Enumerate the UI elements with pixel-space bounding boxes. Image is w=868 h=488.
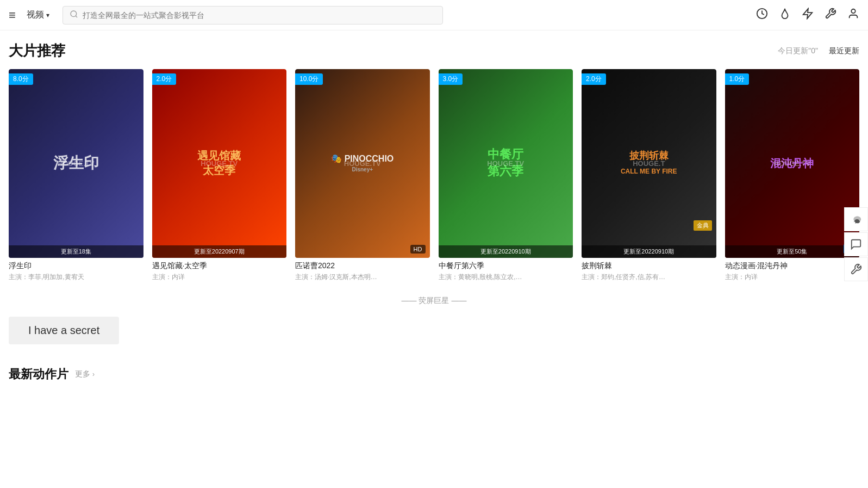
lightning-icon[interactable] bbox=[802, 8, 814, 23]
movie-title-6: 动态漫画·混沌丹神 bbox=[725, 261, 860, 271]
movie-update-4: 更新至20220910期 bbox=[439, 245, 573, 258]
movie-card-fushengyin[interactable]: 8.0分 HOUGE.TV 浮生印 更新至18集 浮生印 主演：李菲,明加加,黄… bbox=[9, 69, 143, 285]
movie-poster-1: 8.0分 HOUGE.TV 浮生印 更新至18集 bbox=[9, 69, 143, 258]
movie-poster-5: 2.0分 HOUGE.T 披荆斩棘CALL ME BY FIRE 金典 更新至2… bbox=[582, 69, 716, 258]
movie-update-2: 更新至20220907期 bbox=[152, 245, 287, 258]
float-tool-button[interactable] bbox=[844, 257, 868, 281]
movie-score-6: 1.0分 bbox=[725, 73, 750, 85]
movie-poster-bg-1: 浮生印 bbox=[9, 69, 143, 258]
more-link[interactable]: 更多 › bbox=[75, 369, 95, 379]
featured-section-header: 大片推荐 今日更新"0" 最近更新 bbox=[9, 41, 859, 60]
movie-cast-5: 主演：郑钧,任贤齐,信,苏有… bbox=[582, 273, 716, 282]
fire-icon[interactable] bbox=[779, 8, 791, 23]
user-icon[interactable] bbox=[847, 8, 859, 23]
search-input[interactable] bbox=[83, 11, 436, 20]
movie-card-pinocchio[interactable]: 10.0分 HOUGE.TV 🎭 PINOCCHIODisney+ HD 匹诺曹… bbox=[295, 69, 430, 285]
movie-info-1: 浮生印 主演：李菲,明加加,黄宥天 bbox=[9, 258, 143, 285]
movie-poster-bg-6: 混沌丹神 bbox=[725, 69, 860, 258]
header-icons bbox=[756, 8, 859, 23]
movie-poster-4: 3.0分 HOUGE.TV 中餐厅第六季 更新至20220910期 bbox=[439, 69, 573, 258]
movie-poster-3: 10.0分 HOUGE.TV 🎭 PINOCCHIODisney+ HD bbox=[295, 69, 430, 258]
video-dropdown-button[interactable]: 视频 ▾ bbox=[22, 7, 54, 23]
svg-point-4 bbox=[851, 9, 855, 13]
more-chevron-icon: › bbox=[92, 370, 95, 378]
svg-point-0 bbox=[71, 11, 77, 17]
movie-title-1: 浮生印 bbox=[9, 261, 143, 271]
svg-line-1 bbox=[76, 16, 77, 17]
movie-title-2: 遇见馆藏·太空季 bbox=[152, 261, 287, 271]
movie-info-5: 披荆斩棘 主演：郑钧,任贤齐,信,苏有… bbox=[582, 258, 716, 285]
movie-title-5: 披荆斩棘 bbox=[582, 261, 716, 271]
featured-title: 大片推荐 bbox=[9, 41, 65, 60]
movie-badge-hd: HD bbox=[410, 245, 426, 254]
section-meta: 今日更新"0" 最近更新 bbox=[778, 46, 859, 56]
search-bar[interactable] bbox=[63, 6, 443, 24]
action-section-title: 最新动作片 bbox=[9, 366, 68, 382]
movie-score-3: 10.0分 bbox=[295, 73, 323, 85]
movie-card-hundan[interactable]: 1.0分 HOUGE.TV 混沌丹神 更新至50集 ⊞ 动态漫画·混沌丹神 主演… bbox=[725, 69, 860, 285]
wrench-icon[interactable] bbox=[825, 8, 836, 23]
movie-cast-1: 主演：李菲,明加加,黄宥天 bbox=[9, 273, 143, 282]
movie-update-5: 更新至20220910期 bbox=[582, 245, 716, 258]
movie-score-2: 2.0分 bbox=[152, 73, 177, 85]
float-bar bbox=[844, 207, 868, 281]
movie-poster-bg-2: 遇见馆藏太空季 bbox=[152, 69, 287, 258]
movie-info-3: 匹诺曹2022 主演：汤姆·汉克斯,本杰明… bbox=[295, 258, 430, 285]
float-wechat-button[interactable] bbox=[844, 207, 868, 231]
movie-cast-3: 主演：汤姆·汉克斯,本杰明… bbox=[295, 273, 430, 282]
movie-score-5: 2.0分 bbox=[582, 73, 606, 85]
action-section-header: 最新动作片 更多 › bbox=[9, 366, 859, 382]
history-icon[interactable] bbox=[756, 8, 768, 23]
secret-button[interactable]: I have a secret bbox=[9, 317, 119, 344]
movie-update-1: 更新至18集 bbox=[9, 245, 143, 258]
menu-icon[interactable]: ≡ bbox=[9, 8, 16, 22]
movie-title-4: 中餐厅第六季 bbox=[439, 261, 573, 271]
movie-poster-bg-4: 中餐厅第六季 bbox=[439, 69, 573, 258]
movie-poster-2: 2.0分 HOUGE.TV 遇见馆藏太空季 更新至20220907期 bbox=[152, 69, 287, 258]
movie-card-pijing[interactable]: 2.0分 HOUGE.T 披荆斩棘CALL ME BY FIRE 金典 更新至2… bbox=[582, 69, 716, 285]
movie-update-6: 更新至50集 bbox=[725, 245, 860, 258]
movie-score-4: 3.0分 bbox=[439, 73, 463, 85]
movie-info-4: 中餐厅第六季 主演：黄晓明,殷桃,陈立农,… bbox=[439, 258, 573, 285]
movie-info-2: 遇见馆藏·太空季 主演：内详 bbox=[152, 258, 287, 285]
video-dropdown-arrow: ▾ bbox=[46, 11, 49, 19]
search-icon bbox=[70, 10, 78, 21]
movie-cast-2: 主演：内详 bbox=[152, 273, 287, 282]
gold-badge-jindian: 金典 bbox=[694, 220, 712, 231]
movie-title-3: 匹诺曹2022 bbox=[295, 261, 430, 271]
divider-text: —— 荧屏巨星 —— bbox=[9, 296, 859, 306]
video-label: 视频 bbox=[27, 9, 44, 21]
movie-info-6: 动态漫画·混沌丹神 主演：内详 bbox=[725, 258, 860, 285]
movie-cast-6: 主演：内详 bbox=[725, 273, 860, 282]
svg-marker-3 bbox=[803, 8, 813, 18]
movie-poster-bg-3: 🎭 PINOCCHIODisney+ bbox=[295, 69, 430, 258]
header: ≡ 视频 ▾ bbox=[0, 0, 868, 30]
movie-score-1: 8.0分 bbox=[9, 73, 33, 85]
recent-update-link[interactable]: 最近更新 bbox=[829, 46, 859, 56]
today-update: 今日更新"0" bbox=[778, 46, 818, 56]
main-content: 大片推荐 今日更新"0" 最近更新 8.0分 HOUGE.TV 浮生印 更新至1… bbox=[0, 30, 868, 393]
movie-card-zhongcanting[interactable]: 3.0分 HOUGE.TV 中餐厅第六季 更新至20220910期 中餐厅第六季… bbox=[439, 69, 573, 285]
movie-card-yujian[interactable]: 2.0分 HOUGE.TV 遇见馆藏太空季 更新至20220907期 遇见馆藏·… bbox=[152, 69, 287, 285]
float-comment-button[interactable] bbox=[844, 232, 868, 256]
movie-poster-6: 1.0分 HOUGE.TV 混沌丹神 更新至50集 ⊞ bbox=[725, 69, 860, 258]
featured-movies-grid: 8.0分 HOUGE.TV 浮生印 更新至18集 浮生印 主演：李菲,明加加,黄… bbox=[9, 69, 859, 285]
movie-cast-4: 主演：黄晓明,殷桃,陈立农,… bbox=[439, 273, 573, 282]
